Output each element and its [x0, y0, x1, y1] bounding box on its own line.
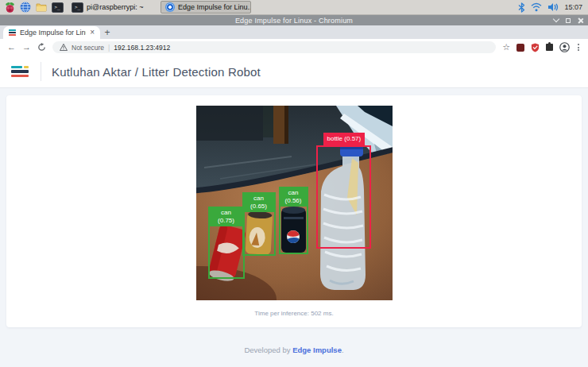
terminal-launcher-icon[interactable]: >_	[51, 1, 64, 14]
detection-class-text: can	[242, 195, 276, 203]
terminal-icon: >_	[52, 2, 64, 13]
detection-box-can-1: can (0.75)	[208, 207, 245, 279]
inference-time-caption: Time per inference: 502 ms.	[254, 310, 333, 317]
desktop-screen: >_ >_ pi@raspberrypi: ~ Edge Impulse for…	[0, 0, 588, 367]
extensions-puzzle-icon[interactable]	[546, 44, 553, 51]
page-title: Kutluhan Aktar / Litter Detection Robot	[52, 65, 261, 79]
browser-window-title: Edge Impulse for Linux - Chromium	[235, 17, 353, 25]
browser-titlebar[interactable]: Edge Impulse for Linux - Chromium	[0, 15, 588, 25]
back-icon[interactable]: ←	[7, 43, 16, 52]
terminal-icon: >_	[72, 2, 83, 13]
url-separator: |	[108, 44, 110, 52]
detection-class-text: can	[279, 189, 308, 197]
header-divider	[41, 62, 41, 81]
bookmark-star-icon[interactable]: ☆	[502, 43, 510, 52]
window-controls	[554, 15, 583, 25]
taskbar-terminal-window-button[interactable]: >_ pi@raspberrypi: ~	[67, 1, 157, 14]
detection-label-can-1: can (0.75)	[208, 207, 245, 226]
bluetooth-icon[interactable]	[518, 2, 525, 13]
taskbar-browser-window-label: Edge Impulse for Linu...	[178, 3, 251, 11]
chromium-icon	[165, 2, 175, 12]
browser-tab-edge-impulse[interactable]: Edge Impulse for Linux ×	[3, 26, 100, 39]
web-browser-launcher-icon[interactable]	[19, 1, 32, 14]
taskbar-clock: 15:07	[564, 3, 582, 11]
footer-period: .	[342, 346, 344, 354]
volume-icon[interactable]	[547, 2, 559, 12]
detection-label-bottle: bottle (0.57)	[323, 133, 366, 145]
taskbar-browser-window-button[interactable]: Edge Impulse for Linu...	[161, 1, 251, 14]
browser-toolbar: ← → Not secure | 192.168.1.23:4912 ☆	[0, 39, 588, 56]
taskbar-terminal-window-label: pi@raspberrypi: ~	[87, 3, 143, 11]
close-window-icon[interactable]	[578, 17, 583, 23]
tab-close-icon[interactable]: ×	[90, 29, 95, 37]
new-tab-button[interactable]: +	[100, 26, 114, 39]
taskbar-status-area: 15:07	[518, 2, 585, 13]
camera-feed-card: bottle (0.57) can (0.75) can (0.65)	[6, 95, 582, 327]
page-body: bottle (0.57) can (0.75) can (0.65)	[0, 88, 588, 367]
reload-icon[interactable]	[37, 43, 46, 52]
edge-impulse-logo-icon	[11, 66, 30, 78]
address-bar[interactable]: Not secure | 192.168.1.23:4912	[52, 41, 496, 53]
detection-label-can-3: can (0.56)	[279, 187, 308, 207]
maximize-icon[interactable]	[566, 18, 571, 23]
detection-confidence-text: (0.56)	[279, 197, 308, 205]
tab-title: Edge Impulse for Linux	[20, 29, 86, 37]
not-secure-warning-icon	[60, 44, 68, 51]
wifi-icon[interactable]	[531, 2, 542, 12]
globe-icon	[20, 2, 31, 13]
browser-menu-icon[interactable]	[576, 44, 581, 51]
detection-box-can-2: can (0.65)	[242, 192, 276, 256]
raspberry-menu-icon[interactable]	[3, 1, 16, 14]
security-label[interactable]: Not secure	[72, 44, 104, 52]
edge-impulse-favicon	[9, 29, 16, 36]
detection-confidence-text: (0.65)	[242, 203, 276, 211]
browser-tabstrip: Edge Impulse for Linux × +	[0, 25, 588, 39]
detection-confidence-text: (0.75)	[208, 217, 245, 225]
raspberry-icon	[4, 2, 16, 14]
page-footer: Developed by Edge Impulse.	[0, 346, 588, 354]
extension-icon-1[interactable]	[516, 44, 524, 52]
folder-icon	[36, 2, 47, 12]
minimize-icon[interactable]	[553, 16, 559, 22]
camera-feed-image: bottle (0.57) can (0.75) can (0.65)	[196, 106, 393, 300]
forward-icon[interactable]: →	[22, 43, 31, 52]
detection-box-bottle: bottle (0.57)	[316, 145, 371, 249]
shield-extension-icon[interactable]	[531, 43, 540, 52]
detection-class-text: can	[208, 209, 245, 217]
detection-box-can-3: can (0.56)	[279, 187, 308, 254]
site-header: Kutluhan Aktar / Litter Detection Robot	[0, 56, 588, 88]
os-taskbar: >_ >_ pi@raspberrypi: ~ Edge Impulse for…	[0, 0, 588, 15]
profile-avatar-icon[interactable]	[559, 42, 570, 52]
detection-label-can-2: can (0.65)	[242, 192, 276, 212]
footer-text: Developed by	[244, 346, 292, 354]
edge-impulse-link[interactable]: Edge Impulse	[292, 346, 342, 354]
url-text[interactable]: 192.168.1.23:4912	[114, 44, 170, 52]
file-manager-icon[interactable]	[35, 1, 48, 14]
